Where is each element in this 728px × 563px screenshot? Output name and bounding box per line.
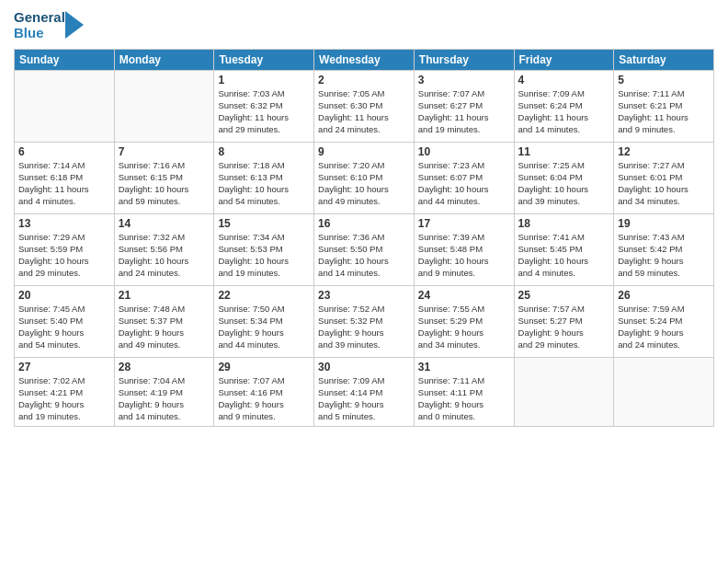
day-number: 13 xyxy=(18,217,110,230)
day-info: Sunrise: 7:25 AM Sunset: 6:04 PM Dayligh… xyxy=(518,159,610,208)
day-cell: 14Sunrise: 7:32 AM Sunset: 5:56 PM Dayli… xyxy=(114,213,214,285)
day-info: Sunrise: 7:23 AM Sunset: 6:07 PM Dayligh… xyxy=(418,159,510,208)
day-number: 28 xyxy=(119,361,210,373)
day-number: 18 xyxy=(518,217,610,230)
day-number: 30 xyxy=(318,361,410,373)
day-info: Sunrise: 7:09 AM Sunset: 6:24 PM Dayligh… xyxy=(518,87,610,136)
day-cell: 5Sunrise: 7:11 AM Sunset: 6:21 PM Daylig… xyxy=(614,70,714,142)
day-header-thursday: Thursday xyxy=(414,49,514,70)
logo-blue-text: Blue xyxy=(14,25,65,40)
day-header-monday: Monday xyxy=(114,49,214,70)
day-cell: 23Sunrise: 7:52 AM Sunset: 5:32 PM Dayli… xyxy=(314,285,415,357)
day-info: Sunrise: 7:43 AM Sunset: 5:42 PM Dayligh… xyxy=(618,231,710,280)
day-header-saturday: Saturday xyxy=(614,49,714,70)
day-cell: 28Sunrise: 7:04 AM Sunset: 4:19 PM Dayli… xyxy=(114,357,214,426)
day-cell xyxy=(514,357,614,426)
day-info: Sunrise: 7:32 AM Sunset: 5:56 PM Dayligh… xyxy=(119,231,210,280)
day-info: Sunrise: 7:52 AM Sunset: 5:32 PM Dayligh… xyxy=(318,303,410,351)
day-header-wednesday: Wednesday xyxy=(314,49,415,70)
day-cell: 19Sunrise: 7:43 AM Sunset: 5:42 PM Dayli… xyxy=(614,213,714,285)
logo-general-text: General xyxy=(14,9,65,25)
day-header-sunday: Sunday xyxy=(15,49,115,70)
day-cell: 20Sunrise: 7:45 AM Sunset: 5:40 PM Dayli… xyxy=(15,285,115,357)
week-row-5: 27Sunrise: 7:02 AM Sunset: 4:21 PM Dayli… xyxy=(15,357,714,426)
day-info: Sunrise: 7:03 AM Sunset: 6:32 PM Dayligh… xyxy=(218,87,310,136)
day-cell: 25Sunrise: 7:57 AM Sunset: 5:27 PM Dayli… xyxy=(514,285,614,357)
day-cell: 26Sunrise: 7:59 AM Sunset: 5:24 PM Dayli… xyxy=(614,285,714,357)
day-number: 31 xyxy=(418,361,510,373)
day-info: Sunrise: 7:55 AM Sunset: 5:29 PM Dayligh… xyxy=(418,303,510,351)
day-info: Sunrise: 7:34 AM Sunset: 5:53 PM Dayligh… xyxy=(218,231,310,280)
day-cell: 27Sunrise: 7:02 AM Sunset: 4:21 PM Dayli… xyxy=(15,357,115,426)
day-number: 9 xyxy=(318,145,410,158)
day-header-friday: Friday xyxy=(514,49,614,70)
day-info: Sunrise: 7:50 AM Sunset: 5:34 PM Dayligh… xyxy=(218,303,310,351)
day-cell: 6Sunrise: 7:14 AM Sunset: 6:18 PM Daylig… xyxy=(15,142,115,213)
day-info: Sunrise: 7:07 AM Sunset: 4:16 PM Dayligh… xyxy=(218,374,310,423)
day-number: 7 xyxy=(119,145,210,158)
day-number: 22 xyxy=(218,289,310,302)
day-info: Sunrise: 7:41 AM Sunset: 5:45 PM Dayligh… xyxy=(518,231,610,280)
day-number: 23 xyxy=(318,289,410,302)
day-info: Sunrise: 7:59 AM Sunset: 5:24 PM Dayligh… xyxy=(618,303,710,351)
day-number: 1 xyxy=(218,74,310,86)
day-cell: 13Sunrise: 7:29 AM Sunset: 5:59 PM Dayli… xyxy=(15,213,115,285)
day-number: 8 xyxy=(218,145,310,158)
day-info: Sunrise: 7:04 AM Sunset: 4:19 PM Dayligh… xyxy=(119,374,210,423)
day-cell: 8Sunrise: 7:18 AM Sunset: 6:13 PM Daylig… xyxy=(214,142,314,213)
week-row-1: 1Sunrise: 7:03 AM Sunset: 6:32 PM Daylig… xyxy=(15,70,714,142)
logo-container: General Blue xyxy=(14,9,84,41)
day-number: 5 xyxy=(618,74,710,86)
day-cell: 22Sunrise: 7:50 AM Sunset: 5:34 PM Dayli… xyxy=(214,285,314,357)
day-info: Sunrise: 7:11 AM Sunset: 6:21 PM Dayligh… xyxy=(618,87,710,136)
day-info: Sunrise: 7:14 AM Sunset: 6:18 PM Dayligh… xyxy=(18,159,110,208)
day-number: 14 xyxy=(119,217,210,230)
day-info: Sunrise: 7:57 AM Sunset: 5:27 PM Dayligh… xyxy=(518,303,610,351)
day-info: Sunrise: 7:27 AM Sunset: 6:01 PM Dayligh… xyxy=(618,159,710,208)
day-cell: 7Sunrise: 7:16 AM Sunset: 6:15 PM Daylig… xyxy=(114,142,214,213)
day-number: 20 xyxy=(18,289,110,302)
day-info: Sunrise: 7:07 AM Sunset: 6:27 PM Dayligh… xyxy=(418,87,510,136)
day-number: 3 xyxy=(418,74,510,86)
week-row-2: 6Sunrise: 7:14 AM Sunset: 6:18 PM Daylig… xyxy=(15,142,714,213)
day-info: Sunrise: 7:18 AM Sunset: 6:13 PM Dayligh… xyxy=(218,159,310,208)
day-info: Sunrise: 7:36 AM Sunset: 5:50 PM Dayligh… xyxy=(318,231,410,280)
day-cell: 17Sunrise: 7:39 AM Sunset: 5:48 PM Dayli… xyxy=(414,213,514,285)
day-header-tuesday: Tuesday xyxy=(214,49,314,70)
day-number: 26 xyxy=(618,289,710,302)
day-info: Sunrise: 7:45 AM Sunset: 5:40 PM Dayligh… xyxy=(18,303,110,351)
day-cell: 18Sunrise: 7:41 AM Sunset: 5:45 PM Dayli… xyxy=(514,213,614,285)
day-number: 16 xyxy=(318,217,410,230)
day-cell xyxy=(614,357,714,426)
day-cell: 9Sunrise: 7:20 AM Sunset: 6:10 PM Daylig… xyxy=(314,142,415,213)
logo: General Blue xyxy=(14,9,84,41)
day-info: Sunrise: 7:29 AM Sunset: 5:59 PM Dayligh… xyxy=(18,231,110,280)
day-info: Sunrise: 7:02 AM Sunset: 4:21 PM Dayligh… xyxy=(18,374,110,423)
svg-marker-0 xyxy=(65,11,84,39)
week-row-3: 13Sunrise: 7:29 AM Sunset: 5:59 PM Dayli… xyxy=(15,213,714,285)
calendar: SundayMondayTuesdayWednesdayThursdayFrid… xyxy=(14,49,714,427)
day-cell: 10Sunrise: 7:23 AM Sunset: 6:07 PM Dayli… xyxy=(414,142,514,213)
day-number: 10 xyxy=(418,145,510,158)
day-number: 24 xyxy=(418,289,510,302)
page: General Blue SundayMondayTuesdayWednesda… xyxy=(0,0,728,563)
day-number: 29 xyxy=(218,361,310,373)
day-cell: 12Sunrise: 7:27 AM Sunset: 6:01 PM Dayli… xyxy=(614,142,714,213)
day-cell: 2Sunrise: 7:05 AM Sunset: 6:30 PM Daylig… xyxy=(314,70,415,142)
day-info: Sunrise: 7:11 AM Sunset: 4:11 PM Dayligh… xyxy=(418,374,510,423)
day-cell: 3Sunrise: 7:07 AM Sunset: 6:27 PM Daylig… xyxy=(414,70,514,142)
day-cell xyxy=(114,70,214,142)
day-cell: 29Sunrise: 7:07 AM Sunset: 4:16 PM Dayli… xyxy=(214,357,314,426)
day-info: Sunrise: 7:16 AM Sunset: 6:15 PM Dayligh… xyxy=(119,159,210,208)
header: General Blue xyxy=(14,9,714,41)
day-cell: 21Sunrise: 7:48 AM Sunset: 5:37 PM Dayli… xyxy=(114,285,214,357)
day-number: 2 xyxy=(318,74,410,86)
day-info: Sunrise: 7:48 AM Sunset: 5:37 PM Dayligh… xyxy=(119,303,210,351)
logo-triangle-icon xyxy=(65,11,84,39)
day-number: 11 xyxy=(518,145,610,158)
day-cell: 4Sunrise: 7:09 AM Sunset: 6:24 PM Daylig… xyxy=(514,70,614,142)
day-number: 6 xyxy=(18,145,110,158)
header-row: SundayMondayTuesdayWednesdayThursdayFrid… xyxy=(15,49,714,70)
day-number: 12 xyxy=(618,145,710,158)
day-cell: 24Sunrise: 7:55 AM Sunset: 5:29 PM Dayli… xyxy=(414,285,514,357)
